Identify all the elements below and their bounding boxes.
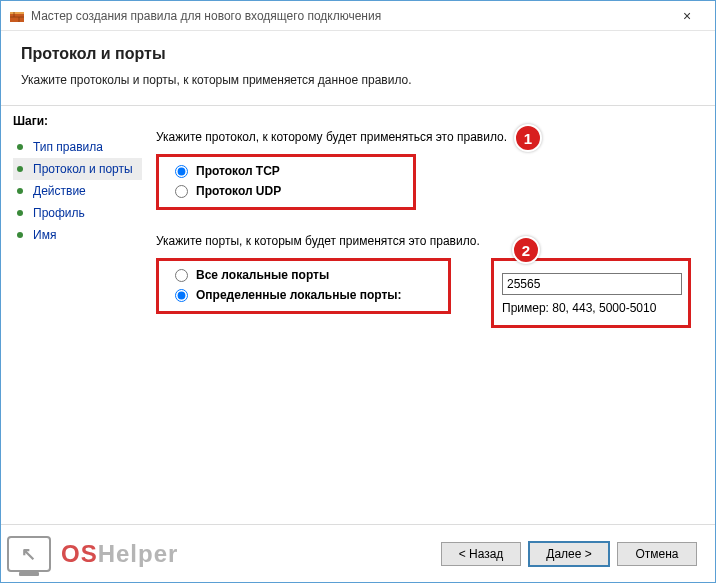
steps-title: Шаги: bbox=[13, 114, 142, 128]
callout-badge-1: 1 bbox=[514, 124, 542, 152]
port-input-highlight-box: Пример: 80, 443, 5000-5010 bbox=[491, 258, 691, 328]
footer: < Назад Далее > Отмена bbox=[1, 524, 715, 582]
ports-input[interactable] bbox=[502, 273, 682, 295]
close-button[interactable]: × bbox=[667, 8, 707, 24]
main-panel: Укажите протокол, к которому будет приме… bbox=[142, 106, 715, 524]
specific-ports-label: Определенные локальные порты: bbox=[196, 288, 402, 302]
next-button[interactable]: Далее > bbox=[529, 542, 609, 566]
all-ports-label: Все локальные порты bbox=[196, 268, 329, 282]
step-label: Имя bbox=[33, 228, 56, 242]
bullet-icon bbox=[17, 166, 23, 172]
step-rule-type[interactable]: Тип правила bbox=[13, 136, 142, 158]
step-name[interactable]: Имя bbox=[13, 224, 142, 246]
step-label: Профиль bbox=[33, 206, 85, 220]
udp-label: Протокол UDP bbox=[196, 184, 281, 198]
step-label: Действие bbox=[33, 184, 86, 198]
protocol-prompt: Укажите протокол, к которому будет приме… bbox=[156, 130, 691, 144]
titlebar: Мастер создания правила для нового входя… bbox=[1, 1, 715, 31]
bullet-icon bbox=[17, 188, 23, 194]
page-title: Протокол и порты bbox=[21, 45, 695, 63]
udp-option[interactable]: Протокол UDP bbox=[175, 181, 395, 201]
callout-badge-2: 2 bbox=[512, 236, 540, 264]
tcp-label: Протокол TCP bbox=[196, 164, 280, 178]
content: Шаги: Тип правила Протокол и порты Дейст… bbox=[1, 106, 715, 524]
radio-all-ports[interactable] bbox=[175, 269, 188, 282]
ports-area: Все локальные порты Определенные локальн… bbox=[156, 258, 691, 328]
ports-prompt: Укажите порты, к которым будет применятс… bbox=[156, 234, 691, 248]
firewall-icon bbox=[9, 8, 25, 24]
radio-tcp[interactable] bbox=[175, 165, 188, 178]
step-label: Тип правила bbox=[33, 140, 103, 154]
tcp-option[interactable]: Протокол TCP bbox=[175, 161, 395, 181]
page-subtitle: Укажите протоколы и порты, к которым при… bbox=[21, 73, 695, 87]
all-ports-option[interactable]: Все локальные порты bbox=[175, 265, 440, 285]
steps-sidebar: Шаги: Тип правила Протокол и порты Дейст… bbox=[1, 106, 142, 524]
window-title: Мастер создания правила для нового входя… bbox=[31, 9, 667, 23]
step-action[interactable]: Действие bbox=[13, 180, 142, 202]
specific-ports-option[interactable]: Определенные локальные порты: bbox=[175, 285, 440, 305]
bullet-icon bbox=[17, 232, 23, 238]
radio-specific-ports[interactable] bbox=[175, 289, 188, 302]
cancel-button[interactable]: Отмена bbox=[617, 542, 697, 566]
svg-rect-1 bbox=[10, 12, 24, 14]
step-profile[interactable]: Профиль bbox=[13, 202, 142, 224]
ports-choice-highlight-box: Все локальные порты Определенные локальн… bbox=[156, 258, 451, 314]
protocol-highlight-box: Протокол TCP Протокол UDP bbox=[156, 154, 416, 210]
bullet-icon bbox=[17, 144, 23, 150]
ports-example: Пример: 80, 443, 5000-5010 bbox=[502, 301, 680, 315]
bullet-icon bbox=[17, 210, 23, 216]
header: Протокол и порты Укажите протоколы и пор… bbox=[1, 31, 715, 106]
wizard-window: Мастер создания правила для нового входя… bbox=[0, 0, 716, 583]
back-button[interactable]: < Назад bbox=[441, 542, 521, 566]
step-label: Протокол и порты bbox=[33, 162, 133, 176]
radio-udp[interactable] bbox=[175, 185, 188, 198]
step-protocol-ports[interactable]: Протокол и порты bbox=[13, 158, 142, 180]
